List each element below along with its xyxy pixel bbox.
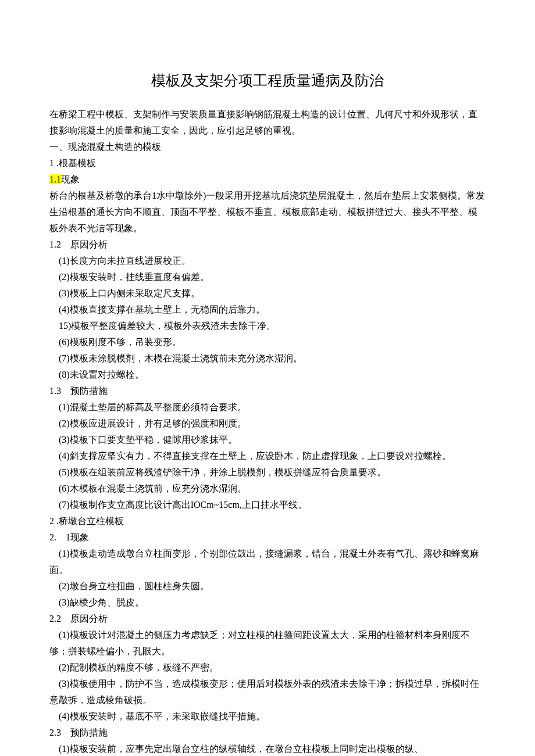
list-item: 15)模板平整度偏差较大，模板外表残渣未去除干净。 <box>49 318 486 334</box>
subsection-2-1: 2. 1现象 <box>49 529 486 546</box>
list-item: (4)模板直接支撑在基坑土壁上，无稳固的后靠力。 <box>49 302 486 318</box>
subsection-2-1-list: (1)模板走动造成墩台立柱面变形，个别部位鼓出，接缝漏浆，错台，混凝土外表有气孔… <box>49 546 486 611</box>
subsection-1-1-3: 1.3 预防措施 <box>49 383 486 399</box>
highlight-marker: 1.1 <box>49 174 61 184</box>
list-item: (2)模板安装时，挂线垂直度有偏差。 <box>49 269 486 285</box>
list-item: (7)模板制作支立高度比设计高出IOCm~15cm,上口挂水平线。 <box>49 497 486 513</box>
list-item: (5)模板在组装前应将残渣铲除干净，并涂上脱模剂，模板拼缝应符合质量要求。 <box>49 464 486 481</box>
subsection-1-1-2: 1.2 原因分析 <box>49 237 486 253</box>
subsection-1-1: 1 .根基模板 <box>49 155 486 171</box>
subsection-1-1-1-label: 现象 <box>61 174 80 184</box>
list-item: (6)木模板在混凝土浇筑前，应充分浇水湿润。 <box>49 481 486 497</box>
intro-paragraph: 在桥梁工程中模板、支架制作与安装质量直接影响钢筋混凝土构造的设计位置、几何尺寸和… <box>49 106 486 139</box>
subsection-1-1-1-text: 桥台的根基及桥墩的承台1水中墩除外)一般采用开挖基坑后浇筑垫层混凝土，然后在垫层… <box>49 188 486 237</box>
list-item: (1)长度方向未拉直线进展校正。 <box>49 253 486 269</box>
subsection-2: 2 .桥墩台立柱模板 <box>49 513 486 529</box>
list-item: (3)模板下口要支垫平稳，健隙用砂浆抹平。 <box>49 432 486 448</box>
list-item: (1)模板安装前，应事先定出墩台立柱的纵横轴线，在墩台立柱模板上同时定出模板的纵… <box>49 741 486 757</box>
list-item: (1)模板设计对混凝土的侧压力考虑缺乏；对立柱模的柱箍间距设置太大，采用的柱箍材… <box>49 627 486 660</box>
subsection-1-1-3-list: (1)混凝土垫层的标高及平整度必须符合要求。(2)模板应进展设计，并有足够的强度… <box>49 399 486 513</box>
list-item: (2)配制模板的精度不够，板缝不严密。 <box>49 660 486 676</box>
subsection-2-2: 2.2 原因分析 <box>49 611 486 627</box>
document-title: 模板及支架分项工程质量通病及防治 <box>49 68 486 94</box>
subsection-2-3-list: (1)模板安装前，应事先定出墩台立柱的纵横轴线，在墩台立柱模板上同时定出模板的纵… <box>49 741 486 757</box>
list-item: (4)模板安装时，基底不平，未采取嵌缝找平措施。 <box>49 708 486 725</box>
list-item: (2)墩台身立柱扭曲，圆柱柱身失圆。 <box>49 578 486 594</box>
list-item: (3)缺棱少角、脱皮。 <box>49 594 486 611</box>
subsection-1-1-2-list: (1)长度方向未拉直线进展校正。(2)模板安装时，挂线垂直度有偏差。(3)模板上… <box>49 253 486 383</box>
subsection-1-1-1: 1.1现象 <box>49 171 486 188</box>
list-item: (6)模板刚度不够，吊装变形。 <box>49 334 486 350</box>
section-1-heading: 一、现浇混凝土构造的模板 <box>49 139 486 155</box>
subsection-2-3: 2.3 预防措施 <box>49 725 486 741</box>
list-item: (8)未设置对拉螺栓。 <box>49 367 486 383</box>
list-item: (4)斜支撑应坚实有力，不得直接支撑在土壁上，应设卧木，防止虚撑现象，上口要设对… <box>49 448 486 464</box>
list-item: (1)模板走动造成墩台立柱面变形，个别部位鼓出，接缝漏浆，错台，混凝土外表有气孔… <box>49 546 486 578</box>
list-item: (3)模板上口内侧未采取定尺支撑。 <box>49 285 486 302</box>
list-item: (1)混凝土垫层的标高及平整度必须符合要求。 <box>49 399 486 415</box>
list-item: (3)模板使用中，防护不当，造成模板变形；使用后对模板外表的残渣未去除干净；拆模… <box>49 676 486 708</box>
list-item: (2)模板应进展设计，并有足够的强度和刚度。 <box>49 415 486 432</box>
list-item: (7)模板未涂脱模剂，木模在混凝土浇筑前未充分浇水湿润。 <box>49 350 486 367</box>
subsection-2-2-list: (1)模板设计对混凝土的侧压力考虑缺乏；对立柱模的柱箍间距设置太大，采用的柱箍材… <box>49 627 486 725</box>
